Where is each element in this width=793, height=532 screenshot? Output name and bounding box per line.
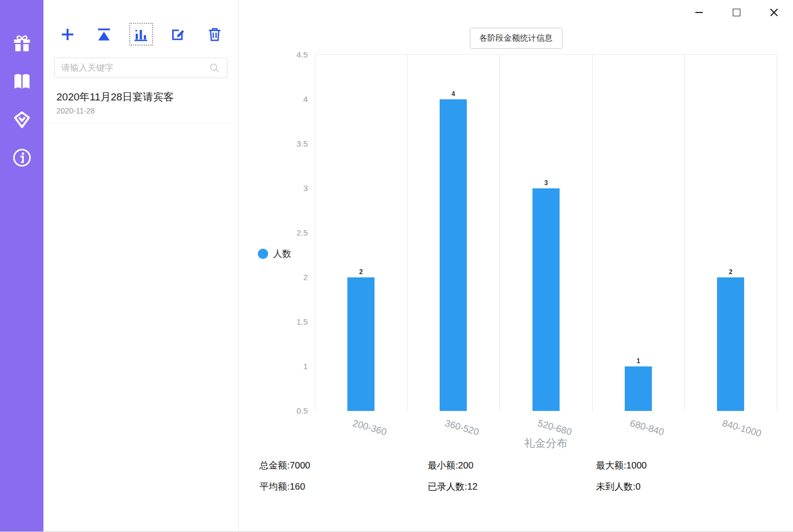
bar-chart-icon [132, 26, 149, 43]
add-icon [59, 26, 76, 43]
legend-dot-icon [258, 249, 268, 259]
banquet-title: 2020年11月28日宴请宾客 [56, 90, 225, 104]
list-item[interactable]: 2020年11月28日宴请宾客 2020-11-28 [43, 85, 238, 123]
gridline [777, 55, 777, 411]
x-axis-label: 360-520 [443, 417, 480, 438]
banquet-date: 2020-11-28 [56, 106, 225, 115]
maximize-icon [733, 9, 740, 16]
gridline [592, 55, 593, 411]
record-toolbar [43, 0, 238, 53]
legend-item[interactable]: 人数 [258, 248, 291, 260]
chart-view-button[interactable] [129, 23, 153, 46]
bar-value-label: 4 [440, 90, 467, 98]
banquet-list: 2020年11月28日宴请宾客 2020-11-28 [43, 85, 238, 123]
nav-info[interactable] [11, 147, 33, 168]
y-axis-label: 2.5 [285, 228, 308, 237]
y-axis-label: 4 [285, 94, 308, 104]
nav-gem[interactable] [11, 109, 33, 130]
info-icon [12, 148, 32, 168]
delete-record-button[interactable] [202, 23, 226, 46]
stats-view: 各阶段金额统计信息 人数 2200-3604360-5203520-680168… [239, 0, 793, 531]
bar-value-label: 2 [347, 268, 375, 276]
gem-icon [12, 110, 32, 130]
bar-chart-plot: 2200-3604360-5203520-6801680-8402840-100… [315, 54, 777, 411]
y-axis-label: 1 [285, 362, 308, 371]
y-axis-label: 3.5 [285, 139, 308, 148]
bar-value-label: 2 [717, 268, 744, 276]
gridline [407, 55, 408, 411]
gridline [499, 55, 500, 411]
x-axis-label: 200-360 [351, 417, 388, 438]
search-input[interactable] [61, 63, 208, 73]
bar-value-label: 3 [532, 179, 560, 187]
record-panel: 2020年11月28日宴请宾客 2020-11-28 [43, 0, 239, 531]
stat-recorded: 已录人数:12 [428, 480, 596, 493]
trash-icon [206, 26, 223, 43]
stat-absent: 未到人数:0 [596, 480, 764, 493]
y-axis-label: 1.5 [285, 317, 308, 326]
edit-icon [169, 26, 186, 43]
bar-680-840[interactable] [625, 366, 652, 411]
minimize-button[interactable] [693, 7, 705, 18]
bar-200-360[interactable] [347, 277, 375, 411]
app-rail [0, 0, 43, 531]
bar-840-1000[interactable] [717, 277, 744, 411]
gift-icon [12, 34, 32, 54]
maximize-button[interactable] [731, 7, 743, 18]
close-button[interactable] [768, 7, 780, 18]
nav-gift[interactable] [11, 33, 33, 54]
x-axis-label: 680-840 [629, 417, 665, 438]
x-axis-label: 520-680 [536, 417, 573, 438]
add-record-button[interactable] [55, 23, 79, 46]
stat-min: 最小额:200 [428, 459, 596, 472]
bar-520-680[interactable] [532, 188, 560, 411]
y-axis-label: 0.5 [285, 406, 308, 415]
search-icon [208, 62, 220, 74]
chart-title: 各阶段金额统计信息 [470, 28, 562, 49]
summit-icon [96, 26, 112, 43]
minimize-icon [695, 12, 703, 13]
bar-value-label: 1 [625, 357, 652, 365]
gridline [684, 55, 685, 411]
gridline [315, 55, 315, 411]
legend-label: 人数 [273, 248, 291, 260]
stats-summary: 总金额:7000 最小额:200 最大额:1000 平均额:160 已录人数:1… [259, 459, 764, 493]
x-axis-title: 礼金分布 [315, 436, 777, 451]
search-box [54, 58, 227, 78]
stat-average: 平均额:160 [259, 480, 428, 493]
y-axis-label: 3 [285, 183, 308, 193]
nav-book[interactable] [11, 71, 33, 92]
stat-max: 最大额:1000 [596, 459, 764, 472]
stat-total: 总金额:7000 [259, 459, 428, 472]
edit-record-button[interactable] [166, 23, 189, 46]
book-icon [12, 72, 32, 92]
y-axis-label: 2 [285, 273, 308, 282]
y-axis-label: 4.5 [285, 50, 308, 59]
bar-360-520[interactable] [440, 99, 467, 411]
window-controls [693, 7, 780, 18]
summit-view-button[interactable] [92, 23, 116, 46]
